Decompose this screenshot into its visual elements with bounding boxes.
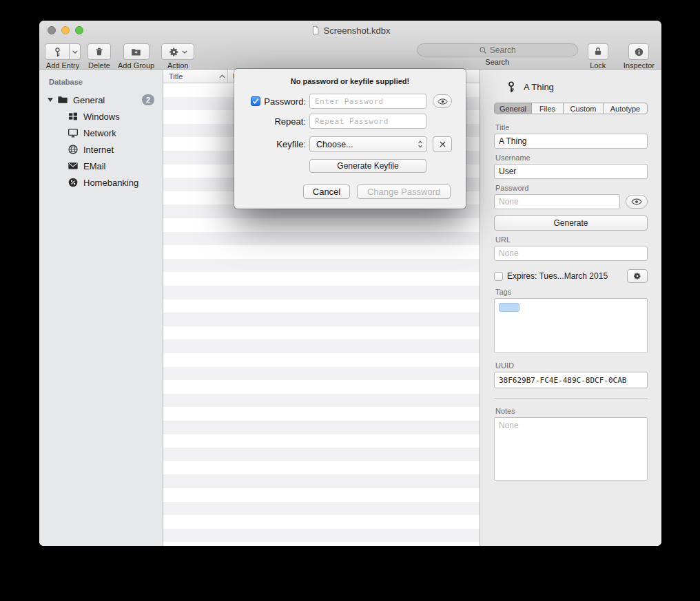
- add-entry-dropdown-button[interactable]: [70, 43, 81, 60]
- inspector-label: Inspector: [624, 61, 655, 70]
- generate-keyfile-button[interactable]: Generate Keyfile: [309, 159, 426, 173]
- action-button[interactable]: [161, 43, 194, 60]
- sidebar-item-label: General: [73, 95, 105, 105]
- repeat-label: Repeat:: [274, 116, 306, 127]
- eye-icon: [631, 198, 642, 205]
- tab-files[interactable]: Files: [532, 103, 564, 114]
- keyfile-labelbox: Keyfile:: [248, 139, 306, 149]
- tag-chip[interactable]: [499, 303, 519, 312]
- generate-password-button[interactable]: Generate: [494, 215, 648, 231]
- notes-label: Notes: [495, 407, 648, 415]
- sidebar-item-label: Homebanking: [83, 178, 138, 188]
- trash-icon: [94, 47, 104, 56]
- add-group-button[interactable]: [123, 43, 150, 60]
- sidebar-header: Database: [39, 75, 163, 92]
- add-entry-button[interactable]: [45, 43, 70, 60]
- sidebar-item-email[interactable]: EMail: [39, 158, 163, 174]
- uuid-label: UUID: [495, 361, 648, 370]
- expires-checkbox[interactable]: [494, 272, 503, 281]
- sidebar-item-network[interactable]: Network: [39, 125, 163, 141]
- disclosure-triangle-icon[interactable]: [48, 98, 53, 102]
- key-icon: [52, 47, 63, 57]
- tags-label: Tags: [495, 288, 648, 296]
- mail-icon: [68, 160, 79, 171]
- add-group-label: Add Group: [118, 61, 154, 70]
- window-title-area: Screenshot.kdbx: [39, 21, 661, 40]
- notes-field[interactable]: [494, 417, 648, 481]
- sidebar-item-homebanking[interactable]: Homebanking: [39, 174, 163, 191]
- tags-field[interactable]: [494, 298, 648, 353]
- toolbar-item-add-entry: Add Entry: [45, 43, 81, 70]
- tab-custom[interactable]: Custom: [564, 103, 604, 114]
- inspector-toggle-button[interactable]: [628, 43, 649, 60]
- password-field[interactable]: [494, 194, 620, 209]
- eye-icon: [438, 98, 448, 105]
- expires-settings-button[interactable]: [627, 269, 648, 283]
- sidebar-item-label: EMail: [83, 161, 106, 171]
- password-labelbox: Password:: [248, 96, 306, 107]
- column-header-title[interactable]: Title: [163, 70, 227, 83]
- action-label: Action: [167, 61, 189, 70]
- search-placeholder: Search: [490, 45, 516, 55]
- inspector-entry-header: A Thing: [505, 76, 648, 97]
- password-input[interactable]: [309, 94, 426, 109]
- search-input[interactable]: Search: [417, 43, 578, 56]
- delete-button[interactable]: [88, 43, 111, 60]
- search-icon: [479, 46, 487, 54]
- repeat-labelbox: Repeat:: [248, 116, 306, 127]
- display-icon: [68, 127, 79, 138]
- close-icon: [439, 140, 446, 148]
- change-password-button[interactable]: Change Password: [357, 184, 451, 199]
- tab-general[interactable]: General: [495, 103, 532, 114]
- check-icon: [252, 98, 259, 104]
- dialog-message: No password or keyfile supplied!: [248, 77, 452, 85]
- password-label: Password:: [264, 96, 306, 107]
- reveal-password-button[interactable]: [626, 195, 648, 209]
- window-chrome: Screenshot.kdbx Add Entry: [39, 21, 661, 70]
- toolbar: Add Entry Delete Add Group: [39, 40, 661, 69]
- toolbar-item-inspector: Inspector: [624, 43, 655, 70]
- password-field-label: Password: [495, 184, 648, 192]
- clear-keyfile-button[interactable]: [433, 136, 452, 152]
- password-checkbox[interactable]: [251, 96, 260, 106]
- window-title: Screenshot.kdbx: [324, 25, 391, 36]
- popup-stepper-icon: [418, 140, 423, 149]
- minimize-button[interactable]: [61, 26, 70, 34]
- close-button[interactable]: [48, 26, 56, 34]
- lock-label: Lock: [590, 61, 606, 70]
- delete-label: Delete: [88, 61, 110, 70]
- url-field[interactable]: [494, 246, 648, 261]
- password-row: [494, 194, 648, 209]
- username-field[interactable]: [494, 164, 648, 179]
- toolbar-item-delete: Delete: [88, 43, 111, 70]
- sidebar-item-internet[interactable]: Internet: [39, 141, 163, 158]
- inspector-tabs: General Files Custom Autotype: [494, 103, 648, 114]
- title-field-label: Title: [495, 123, 648, 131]
- title-field[interactable]: [494, 134, 648, 149]
- percent-coin-icon: [68, 177, 79, 188]
- keyfile-popup-button[interactable]: Choose...: [309, 136, 427, 152]
- sidebar-item-general[interactable]: General 2: [39, 92, 163, 108]
- cancel-button[interactable]: Cancel: [303, 184, 350, 199]
- toolbar-item-action: Action: [161, 43, 194, 70]
- keyfile-label: Keyfile:: [276, 139, 306, 149]
- password-row: Password:: [248, 94, 452, 109]
- zoom-button[interactable]: [75, 26, 83, 34]
- keyfile-row: Keyfile: Choose...: [248, 136, 452, 152]
- url-field-label: URL: [495, 235, 648, 244]
- toolbar-item-search: Search Search: [417, 43, 578, 66]
- windows-icon: [68, 111, 79, 122]
- add-entry-label: Add Entry: [46, 61, 79, 70]
- titlebar: Screenshot.kdbx: [39, 21, 661, 40]
- traffic-lights: [48, 26, 83, 34]
- reveal-password-button[interactable]: [433, 94, 452, 108]
- sidebar-item-windows[interactable]: Windows: [39, 108, 163, 125]
- username-field-label: Username: [495, 154, 648, 162]
- repeat-password-input[interactable]: [309, 114, 426, 129]
- sidebar-item-label: Network: [83, 128, 116, 138]
- search-label: Search: [485, 58, 509, 66]
- tab-autotype[interactable]: Autotype: [604, 103, 647, 114]
- sidebar: Database General 2 Windows Network: [39, 70, 163, 546]
- lock-button[interactable]: [588, 43, 608, 60]
- uuid-field[interactable]: [494, 372, 648, 388]
